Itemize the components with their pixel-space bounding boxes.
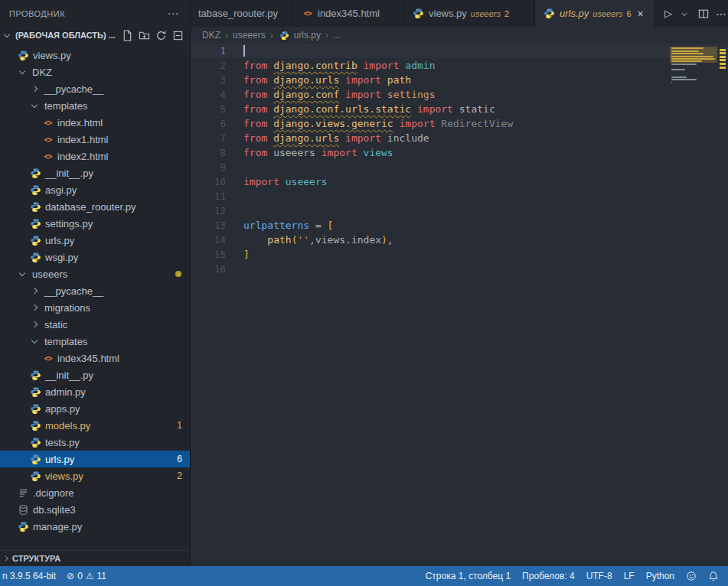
workspace-section-header[interactable]: (РАБОЧАЯ ОБЛАСТЬ) ... [0,27,190,44]
editor-tab-bar: tabase_roouter.py<>index345.htmlviews.py… [191,0,728,27]
python-file-icon [17,520,30,532]
code-editor[interactable]: 12from django.contrib import admin3from … [191,44,728,566]
outline-section-header[interactable]: СТРУКТУРА [0,550,190,566]
line-number: 13 [191,218,226,233]
vscode-window: ПРОВОДНИК ⋯ (РАБОЧАЯ ОБЛАСТЬ) ... [0,0,728,586]
tree-item-urls-py[interactable]: urls.py6 [0,451,190,467]
python-file-icon [29,386,42,398]
tree-item-label: __pycache__ [44,83,103,95]
html-file-icon: <> [41,133,54,145]
code-line-10: 10import useeers [191,174,728,189]
new-file-button[interactable] [122,30,133,41]
code-line-12: 12 [191,203,728,218]
breadcrumb-item-urls-py[interactable]: urls.py [278,29,321,41]
line-number: 12 [191,203,226,218]
breadcrumb-item--[interactable]: ... [333,30,341,41]
errors-count: 0 [77,571,83,581]
tree-item-index2-html[interactable]: <>index2.html [0,148,190,164]
tree-item-label: wsgi.py [45,252,78,263]
tree-item-label: index.html [57,117,103,129]
run-dropdown-icon[interactable] [680,8,690,19]
indentation-indicator[interactable]: Пробелов: 4 [522,571,575,581]
tree-item-label: DKZ [32,67,52,78]
database-file-icon [17,503,30,516]
breadcrumb-separator-icon: › [325,30,328,41]
tree-item-label: apps.py [45,403,80,415]
minimap[interactable] [670,44,717,566]
breadcrumb-item-useeers[interactable]: useeers [233,30,266,41]
text-cursor [243,45,245,57]
run-python-file-button[interactable]: ▷ [664,8,672,19]
code-text: from django.urls import path [226,73,411,87]
code-text [226,44,243,58]
tree-item-settings-py[interactable]: settings.py [0,215,190,232]
tree-item-index1-html[interactable]: <>index1.html [0,131,190,148]
tree-folder-dkz[interactable]: DKZ [0,63,190,80]
tree-item--init-py[interactable]: __init__.py [0,366,190,383]
tree-folder--pycache-[interactable]: __pycache__ [0,282,190,299]
tree-item-manage-py[interactable]: manage.py [0,518,190,535]
tree-item-tests-py[interactable]: tests.py [0,434,190,451]
feedback-smiley-icon[interactable] [686,571,697,581]
new-folder-button[interactable] [139,30,150,41]
explorer-more-icon[interactable]: ⋯ [168,7,180,21]
python-interpreter-indicator[interactable]: n 3.9.5 64-bit [2,571,56,581]
tree-item--init-py[interactable]: __init__.py [0,164,190,181]
tree-item-label: useeers [32,269,67,280]
line-number: 11 [191,189,226,203]
tab-tabase-roouter-py[interactable]: tabase_roouter.py [191,0,293,27]
tree-item-label: urls.py [45,235,74,246]
code-line-14: 14 path('',views.index), [191,233,728,247]
split-editor-button[interactable] [698,8,709,19]
tree-item--dcignore[interactable]: .dcignore [0,484,190,501]
close-tab-icon[interactable]: × [638,8,644,19]
collapse-folders-button[interactable] [172,30,184,41]
tree-folder-templates[interactable]: templates [0,97,190,114]
code-text [226,203,243,218]
tree-item-label: database_roouter.py [45,201,136,213]
tree-item-apps-py[interactable]: apps.py [0,400,190,417]
tree-item-index345-html[interactable]: <>index345.html [0,350,190,366]
tree-folder-templates[interactable]: templates [0,333,190,350]
tree-item-database-roouter-py[interactable]: database_roouter.py [0,198,190,215]
tree-folder-static[interactable]: static [0,316,190,333]
refresh-button[interactable] [155,30,167,41]
notifications-bell-icon[interactable] [708,571,719,581]
tree-item-wsgi-py[interactable]: wsgi.py [0,249,190,265]
problems-indicator[interactable]: ⊘0 ⚠11 [67,571,106,581]
editor-more-actions-button[interactable]: ⋯ [716,8,726,20]
tree-item-asgi-py[interactable]: asgi.py [0,181,190,198]
code-line-6: 6from django.views.generic import Redire… [191,116,728,131]
breadcrumb-item-dkz[interactable]: DKZ [202,30,220,41]
encoding-indicator[interactable]: UTF-8 [586,571,612,581]
tree-item-models-py[interactable]: models.py1 [0,417,190,434]
tab-index345-html[interactable]: <>index345.html [293,0,404,27]
tree-item-urls-py[interactable]: urls.py [0,232,190,249]
line-number: 9 [191,160,226,174]
code-line-11: 11 [191,189,728,203]
overview-ruler[interactable] [717,44,728,566]
tab-urls-py[interactable]: urls.pyuseeers6× [535,0,655,27]
tree-item-views-py[interactable]: views.py [0,47,190,63]
code-line-16: 16 [191,262,728,276]
code-text: from django.contrib import admin [226,58,435,73]
breadcrumb-item-label: urls.py [294,30,321,41]
tabs-container: tabase_roouter.py<>index345.htmlviews.py… [191,0,655,27]
tree-folder--pycache-[interactable]: __pycache__ [0,80,190,97]
tab-views-py[interactable]: views.pyuseeers2 [404,0,535,27]
code-text: from django.views.generic import Redirec… [226,116,513,131]
tree-item-label: views.py [33,50,71,61]
tree-item-views-py[interactable]: views.py2 [0,467,190,484]
code-text: from django.conf.urls.static import stat… [226,102,495,116]
explorer-header: ПРОВОДНИК ⋯ [0,0,190,27]
tree-item-db-sqlite3[interactable]: db.sqlite3 [0,501,190,518]
tree-item-admin-py[interactable]: admin.py [0,383,190,400]
tree-folder-useeers[interactable]: useeers [0,265,190,282]
python-file-icon [29,402,42,415]
cursor-position-indicator[interactable]: Строка 1, столбец 1 [426,571,511,581]
tree-item-index-html[interactable]: <>index.html [0,114,190,131]
eol-indicator[interactable]: LF [624,571,635,581]
tree-item-label: asgi.py [45,184,77,196]
language-mode-indicator[interactable]: Python [646,571,674,581]
tree-folder-migrations[interactable]: migrations [0,299,190,316]
